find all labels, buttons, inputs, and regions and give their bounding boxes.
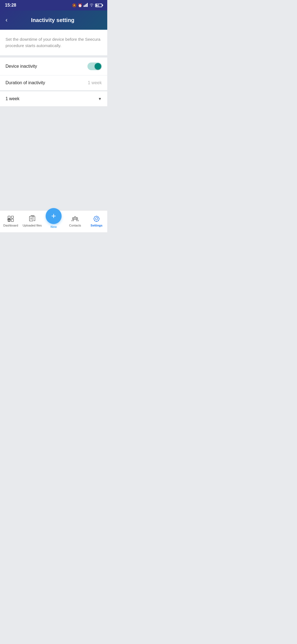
status-icons: 🔕 ⏰ 56	[72, 3, 102, 8]
dashboard-icon	[7, 215, 15, 223]
nav-contacts-label: Contacts	[69, 224, 81, 227]
svg-point-13	[76, 217, 78, 219]
description-text: Set the downtime of your device before t…	[6, 36, 102, 49]
svg-point-11	[74, 217, 76, 218]
battery-icon: 56	[95, 4, 102, 7]
svg-point-4	[91, 6, 92, 7]
nav-new-label: New	[51, 225, 57, 228]
nav-settings-label: Settings	[90, 224, 102, 227]
plus-icon: +	[51, 212, 56, 220]
svg-rect-6	[8, 216, 10, 218]
svg-rect-7	[11, 216, 13, 218]
signal-icon	[84, 3, 88, 8]
toggle-thumb	[95, 63, 101, 70]
duration-dropdown[interactable]: 1 week ▼	[0, 91, 107, 106]
duration-inactivity-row: Duration of inactivity 1 week	[0, 75, 107, 90]
mute-icon: 🔕	[72, 3, 76, 7]
nav-item-settings[interactable]: Settings	[86, 215, 107, 227]
header: ‹ Inactivity setting	[0, 10, 107, 30]
wifi-icon	[89, 3, 94, 7]
contacts-icon	[71, 215, 79, 223]
content-spacer	[0, 106, 107, 210]
device-inactivity-row: Device inactivity	[0, 58, 107, 75]
duration-inactivity-value: 1 week	[88, 80, 102, 85]
svg-rect-2	[86, 4, 87, 7]
uploaded-files-icon	[28, 215, 36, 223]
device-inactivity-toggle[interactable]	[87, 62, 102, 70]
nav-uploaded-files-label: Uploaded files	[23, 224, 42, 227]
settings-icon	[93, 215, 100, 223]
fab-circle: +	[46, 208, 62, 224]
device-inactivity-label: Device inactivity	[6, 64, 37, 69]
page-title: Inactivity setting	[12, 17, 94, 23]
svg-rect-3	[87, 3, 88, 7]
chevron-down-icon: ▼	[98, 97, 102, 101]
nav-item-new[interactable]: + New	[43, 214, 64, 228]
status-time: 15:28	[5, 3, 16, 8]
status-bar: 15:28 🔕 ⏰ 56	[0, 0, 107, 10]
dropdown-current-value: 1 week	[6, 96, 20, 101]
svg-rect-8	[11, 219, 13, 222]
nav-item-dashboard[interactable]: Dashboard	[0, 215, 21, 227]
content-area: Set the downtime of your device before t…	[0, 30, 107, 210]
settings-section: Device inactivity Duration of inactivity…	[0, 58, 107, 90]
toggle-track	[87, 62, 102, 70]
svg-point-14	[95, 218, 98, 220]
svg-rect-0	[84, 6, 84, 7]
back-button[interactable]: ‹	[6, 17, 7, 24]
duration-inactivity-label: Duration of inactivity	[6, 80, 45, 85]
svg-rect-10	[29, 216, 33, 221]
alarm-icon: ⏰	[78, 3, 82, 7]
svg-point-15	[94, 216, 99, 221]
nav-item-uploaded-files[interactable]: Uploaded files	[21, 215, 43, 227]
svg-point-12	[73, 217, 74, 219]
bottom-nav: Dashboard Uploaded files + New	[0, 210, 107, 232]
description-card: Set the downtime of your device before t…	[0, 30, 107, 55]
nav-item-contacts[interactable]: Contacts	[64, 215, 86, 227]
svg-rect-1	[85, 5, 86, 7]
nav-dashboard-label: Dashboard	[3, 224, 18, 227]
